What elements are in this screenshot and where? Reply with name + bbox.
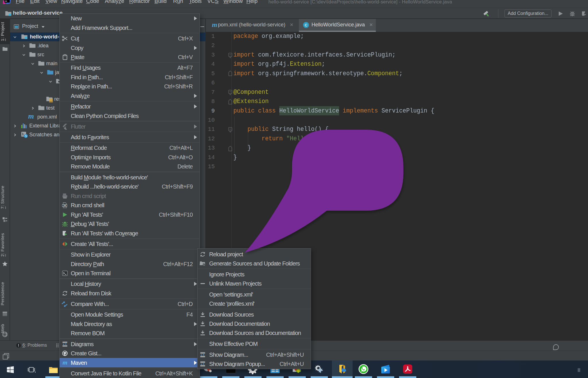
svg-text:C: C (305, 23, 307, 27)
svg-text:CMD: CMD (63, 205, 66, 206)
